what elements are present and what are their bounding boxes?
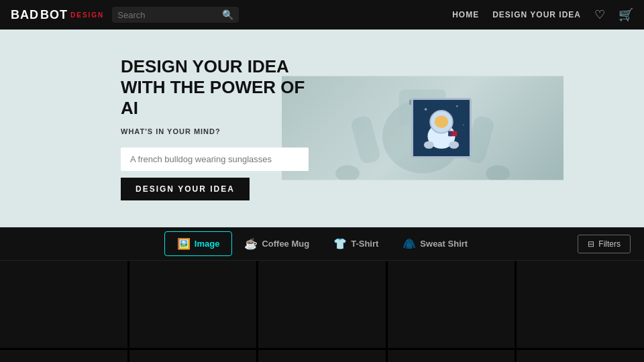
navbar: BAD BOT DESIGN 🔍 HOME DESIGN YOUR IDEA ♡… — [0, 0, 644, 29]
grid-cell-1-3[interactable] — [258, 261, 386, 348]
design-your-idea-button[interactable]: DESIGN YOUR IDEA — [121, 178, 250, 200]
sweat-shirt-tab-icon: 🧥 — [402, 237, 416, 250]
category-tabs: 🖼️ Image ☕ Coffee Mug 👕 T-Shirt 🧥 Sweat … — [13, 231, 631, 256]
svg-point-19 — [449, 141, 459, 149]
hero-content: DESIGN YOUR IDEA WITH THE POWER OF AI WH… — [121, 56, 319, 200]
svg-point-10 — [456, 105, 458, 107]
svg-point-18 — [423, 141, 433, 149]
navbar-left: BAD BOT DESIGN 🔍 — [11, 7, 239, 23]
svg-rect-2 — [350, 115, 381, 165]
grid-cell-1-5[interactable] — [517, 261, 644, 348]
tab-image[interactable]: 🖼️ Image — [164, 231, 233, 256]
search-input[interactable] — [117, 10, 218, 20]
coffee-mug-tab-icon: ☕ — [244, 237, 258, 250]
grid-cell-2-2[interactable] — [129, 350, 257, 362]
navbar-right: HOME DESIGN YOUR IDEA ♡ 🛒 — [452, 7, 633, 22]
svg-point-5 — [486, 166, 510, 180]
grid-cell-2-4[interactable] — [388, 350, 515, 362]
tab-image-label: Image — [195, 239, 220, 249]
grid-cell-2-3[interactable] — [258, 350, 386, 362]
search-bar[interactable]: 🔍 — [112, 7, 239, 23]
svg-point-14 — [434, 116, 448, 129]
wishlist-icon[interactable]: ♡ — [594, 7, 605, 22]
cart-icon[interactable]: 🛒 — [619, 7, 633, 22]
filters-label: Filters — [598, 239, 621, 249]
grid-cell-1-4[interactable] — [388, 261, 515, 348]
filters-button[interactable]: ⊟ Filters — [578, 235, 631, 253]
image-tab-icon: 🖼️ — [177, 237, 191, 250]
search-icon[interactable]: 🔍 — [222, 9, 233, 20]
logo-bot: BOT — [40, 8, 68, 22]
svg-point-11 — [462, 125, 464, 126]
logo: BAD BOT DESIGN — [11, 8, 104, 22]
tab-t-shirt-label: T-Shirt — [351, 239, 378, 249]
t-shirt-tab-icon: 👕 — [333, 237, 347, 250]
hero-label: WHAT'S IN YOUR MIND? — [121, 127, 319, 135]
logo-bad: BAD — [11, 8, 39, 22]
hero-visual — [319, 76, 564, 180]
astronaut-image — [413, 100, 470, 156]
product-grid — [0, 261, 644, 362]
svg-point-4 — [335, 166, 360, 180]
hero-title: DESIGN YOUR IDEA WITH THE POWER OF AI — [121, 56, 319, 119]
grid-row-1 — [0, 261, 644, 348]
tab-t-shirt[interactable]: 👕 T-Shirt — [321, 232, 390, 255]
logo-design: DESIGN — [70, 11, 104, 19]
tab-coffee-mug-label: Coffee Mug — [262, 239, 309, 249]
nav-link-design-your-idea[interactable]: DESIGN YOUR IDEA — [492, 10, 581, 19]
grid-cell-1-2[interactable] — [129, 261, 257, 348]
grid-cell-2-1[interactable] — [0, 350, 127, 362]
grid-cell-1-1[interactable] — [0, 261, 127, 348]
tab-sweat-shirt[interactable]: 🧥 Sweat Shirt — [390, 232, 480, 255]
tab-coffee-mug[interactable]: ☕ Coffee Mug — [232, 232, 321, 255]
svg-point-9 — [424, 108, 427, 111]
grid-cell-2-5[interactable] — [517, 350, 644, 362]
svg-rect-17 — [448, 131, 452, 136]
hero-section: DESIGN YOUR IDEA WITH THE POWER OF AI WH… — [0, 29, 644, 227]
tab-sweat-shirt-label: Sweat Shirt — [420, 239, 468, 249]
grid-row-2 — [0, 350, 644, 362]
idea-input[interactable] — [121, 147, 309, 171]
nav-link-home[interactable]: HOME — [452, 10, 479, 19]
filters-icon: ⊟ — [588, 239, 594, 249]
astronaut-svg — [413, 98, 470, 158]
category-bar: 🖼️ Image ☕ Coffee Mug 👕 T-Shirt 🧥 Sweat … — [0, 227, 644, 261]
hero-form: WHAT'S IN YOUR MIND? DESIGN YOUR IDEA — [121, 127, 319, 200]
featured-image-card — [411, 98, 472, 158]
